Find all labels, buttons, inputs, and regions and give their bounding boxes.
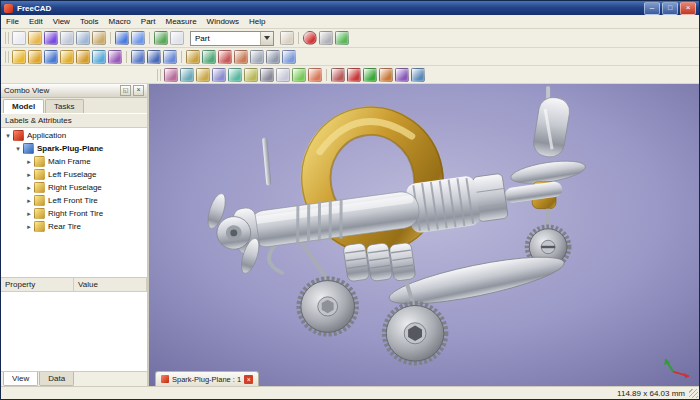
expander-icon[interactable] [25, 210, 33, 218]
redo-icon[interactable] [131, 31, 145, 45]
menu-tools[interactable]: Tools [75, 15, 104, 28]
expander-icon[interactable] [25, 184, 33, 192]
shape-builder-icon[interactable] [108, 50, 122, 64]
record-macro-icon[interactable] [303, 31, 317, 45]
mirror-icon[interactable] [282, 50, 296, 64]
boolean-union-icon[interactable] [131, 50, 145, 64]
new-document-icon[interactable] [12, 31, 26, 45]
tab-model[interactable]: Model [3, 99, 44, 113]
tree-item-left-front-tire[interactable]: Left Front Tire [1, 194, 147, 207]
title-bar[interactable]: FreeCAD [1, 1, 699, 15]
menu-edit[interactable]: Edit [24, 15, 48, 28]
dropdown-arrow-box[interactable] [260, 32, 273, 45]
property-column-header[interactable]: Property [1, 278, 74, 291]
sphere-icon[interactable] [44, 50, 58, 64]
cut-icon[interactable] [60, 31, 74, 45]
refine-shape-icon[interactable] [292, 68, 306, 82]
toggle-delta-annotation-icon[interactable] [411, 68, 425, 82]
execute-macro-icon[interactable] [335, 31, 349, 45]
tree-item-right-fuselage[interactable]: Right Fuselage [1, 181, 147, 194]
document-tab[interactable]: Spark-Plug-Plane : 1 [155, 371, 259, 386]
boolean-common-icon[interactable] [147, 50, 161, 64]
clear-measurement-icon[interactable] [379, 68, 393, 82]
shape-from-mesh-icon[interactable] [244, 68, 258, 82]
toggle-3d-annotation-icon[interactable] [395, 68, 409, 82]
save-document-icon[interactable] [44, 31, 58, 45]
float-panel-icon[interactable] [120, 85, 131, 96]
menu-measure[interactable]: Measure [160, 15, 201, 28]
chamfer-icon[interactable] [250, 50, 264, 64]
workbench-selector[interactable]: Part [190, 31, 274, 46]
create-primitives-icon[interactable] [92, 50, 106, 64]
measure-angular-icon[interactable] [363, 68, 377, 82]
defeaturing-icon[interactable] [331, 68, 345, 82]
loft-icon[interactable] [180, 68, 194, 82]
minimize-button[interactable] [644, 2, 660, 15]
cross-sections-icon[interactable] [234, 50, 248, 64]
tab-tasks[interactable]: Tasks [45, 99, 83, 113]
menu-macro[interactable]: Macro [104, 15, 136, 28]
expander-icon[interactable] [25, 171, 33, 179]
box-icon[interactable] [12, 50, 26, 64]
whats-this-icon[interactable] [170, 31, 184, 45]
expander-icon[interactable] [4, 132, 12, 140]
ruled-surface-icon[interactable] [228, 68, 242, 82]
cylinder-icon[interactable] [28, 50, 42, 64]
3d-viewport[interactable]: Spark-Plug-Plane : 1 [149, 84, 699, 386]
toolbar-separator [298, 32, 299, 44]
value-column-header[interactable]: Value [74, 278, 147, 291]
cone-icon[interactable] [60, 50, 74, 64]
reverse-shapes-icon[interactable] [276, 68, 290, 82]
maximize-button[interactable] [662, 2, 678, 15]
macros-dialog-icon[interactable] [319, 31, 333, 45]
sweep-icon[interactable] [164, 68, 178, 82]
menu-part[interactable]: Part [136, 15, 161, 28]
toolbar-grip[interactable] [157, 69, 161, 81]
tree-item-right-front-tire[interactable]: Right Front Tire [1, 207, 147, 220]
tree-item-application[interactable]: Application [1, 129, 147, 142]
combo-view-titlebar[interactable]: Combo View [1, 84, 147, 98]
tree-item-rear-tire[interactable]: Rear Tire [1, 220, 147, 233]
tree-item-main-frame[interactable]: Main Frame [1, 155, 147, 168]
undo-icon[interactable] [115, 31, 129, 45]
check-geometry-icon[interactable] [308, 68, 322, 82]
revolve-icon[interactable] [202, 50, 216, 64]
tab-view[interactable]: View [3, 372, 38, 386]
document-icon [23, 143, 34, 154]
offset-icon[interactable] [196, 68, 210, 82]
thickness-icon[interactable] [212, 68, 226, 82]
expander-icon[interactable] [25, 158, 33, 166]
property-table-body[interactable] [1, 292, 147, 371]
open-document-icon[interactable] [28, 31, 42, 45]
measure-linear-icon[interactable] [347, 68, 361, 82]
engine-block[interactable] [343, 237, 416, 288]
refresh-icon[interactable] [154, 31, 168, 45]
menu-file[interactable]: File [1, 15, 24, 28]
paste-icon[interactable] [92, 31, 106, 45]
menu-help[interactable]: Help [244, 15, 270, 28]
section-icon[interactable] [218, 50, 232, 64]
menu-windows[interactable]: Windows [202, 15, 244, 28]
copy-icon[interactable] [76, 31, 90, 45]
open-website-icon[interactable] [280, 31, 294, 45]
expander-icon[interactable] [14, 145, 22, 153]
fillet-icon[interactable] [266, 50, 280, 64]
tree-item-spark-plug-plane[interactable]: Spark-Plug-Plane [1, 142, 147, 155]
close-panel-icon[interactable] [133, 85, 144, 96]
close-document-icon[interactable] [244, 375, 253, 384]
model-tree[interactable]: Application Spark-Plug-Plane Main FrameL… [1, 128, 147, 278]
menu-view[interactable]: View [48, 15, 75, 28]
extrude-icon[interactable] [186, 50, 200, 64]
expander-icon[interactable] [25, 223, 33, 231]
tree-item-left-fuselage[interactable]: Left Fuselage [1, 168, 147, 181]
convert-to-solid-icon[interactable] [260, 68, 274, 82]
torus-icon[interactable] [76, 50, 90, 64]
close-button[interactable] [680, 2, 696, 15]
toolbar-grip[interactable] [5, 51, 9, 63]
3d-scene[interactable] [149, 84, 699, 386]
expander-icon[interactable] [25, 197, 33, 205]
tab-data[interactable]: Data [39, 372, 74, 386]
boolean-cut-icon[interactable] [163, 50, 177, 64]
toolbar-grip[interactable] [5, 32, 9, 44]
resize-grip[interactable] [689, 389, 698, 398]
